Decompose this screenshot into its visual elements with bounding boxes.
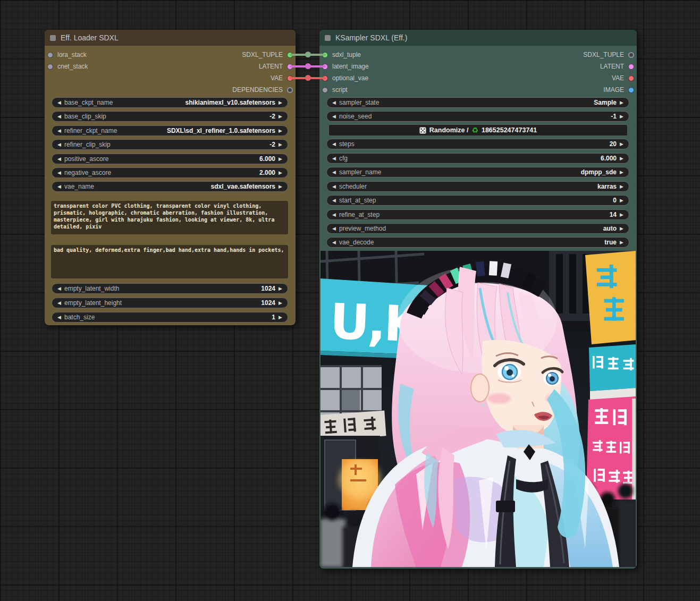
increment-arrow-icon[interactable]: ▶	[618, 184, 625, 189]
widget-scheduler[interactable]: ◀ scheduler karras ▶	[326, 181, 629, 192]
increment-arrow-icon[interactable]: ▶	[618, 226, 625, 231]
widget-refine-at-step[interactable]: ◀ refine_at_step 14 ▶	[326, 209, 629, 220]
increment-arrow-icon[interactable]: ▶	[618, 114, 625, 119]
output-port-image[interactable]: IMAGE	[603, 84, 634, 96]
port-dot[interactable]	[628, 64, 634, 70]
widget-value: 1024	[261, 285, 275, 292]
output-port-sdxl-tuple[interactable]: SDXL_TUPLE	[583, 49, 634, 61]
decrement-arrow-icon[interactable]: ◀	[331, 212, 338, 217]
widget-vae-name[interactable]: ◀ vae_name sdxl_vae.safetensors ▶	[52, 181, 288, 192]
increment-arrow-icon[interactable]: ▶	[618, 240, 625, 245]
positive-prompt-textarea[interactable]: transparent color PVC clothing, transpar…	[51, 201, 288, 234]
output-port-latent[interactable]: LATENT	[600, 61, 634, 72]
link-midpoint-dot[interactable]	[305, 52, 311, 57]
output-port-sdxl-tuple[interactable]: SDXL_TUPLE	[242, 49, 293, 61]
node-title-bar[interactable]: KSampler SDXL (Eff.)	[319, 30, 637, 46]
widget-preview-method[interactable]: ◀ preview_method auto ▶	[326, 223, 629, 234]
increment-arrow-icon[interactable]: ▶	[277, 114, 284, 119]
port-dot[interactable]	[287, 87, 293, 93]
output-port-vae[interactable]: VAE	[612, 72, 634, 84]
node-ksampler-sdxl[interactable]: KSampler SDXL (Eff.) sdxl_tuple latent_i…	[319, 30, 637, 569]
widget-empty-latent-width[interactable]: ◀ empty_latent_width 1024 ▶	[52, 283, 288, 294]
decrement-arrow-icon[interactable]: ◀	[331, 141, 338, 147]
widget-steps[interactable]: ◀ steps 20 ▶	[326, 139, 629, 149]
negative-prompt-textarea[interactable]: bad quality, deformed,extra finger,bad h…	[51, 245, 288, 278]
widget-label: empty_latent_width	[64, 285, 261, 292]
decrement-arrow-icon[interactable]: ◀	[56, 315, 63, 320]
increment-arrow-icon[interactable]: ▶	[618, 156, 625, 161]
increment-arrow-icon[interactable]: ▶	[277, 300, 284, 306]
increment-arrow-icon[interactable]: ▶	[618, 212, 625, 217]
decrement-arrow-icon[interactable]: ◀	[56, 128, 63, 133]
widget-noise-seed[interactable]: ◀ noise_seed -1 ▶	[326, 111, 629, 122]
port-dot[interactable]	[628, 52, 634, 58]
decrement-arrow-icon[interactable]: ◀	[331, 114, 338, 119]
decrement-arrow-icon[interactable]: ◀	[56, 114, 63, 119]
decrement-arrow-icon[interactable]: ◀	[331, 184, 338, 189]
widget-sampler-state[interactable]: ◀ sampler_state Sample ▶	[326, 97, 629, 108]
widget-batch-size[interactable]: ◀ batch_size 1 ▶	[52, 312, 288, 323]
collapse-icon[interactable]	[50, 35, 56, 41]
input-port-sdxl-tuple[interactable]: sdxl_tuple	[322, 49, 361, 61]
widget-cfg[interactable]: ◀ cfg 6.000 ▶	[326, 153, 629, 164]
widget-base-ckpt-name[interactable]: ◀ base_ckpt_name shikianimexl_v10.safete…	[52, 97, 288, 108]
increment-arrow-icon[interactable]: ▶	[618, 198, 625, 203]
widget-refiner-ckpt-name[interactable]: ◀ refiner_ckpt_name SDXL\sd_xl_refiner_1…	[52, 125, 288, 136]
node-eff-loader-sdxl[interactable]: Eff. Loader SDXL lora_stack cnet_stack S…	[45, 30, 296, 325]
decrement-arrow-icon[interactable]: ◀	[56, 184, 63, 189]
increment-arrow-icon[interactable]: ▶	[277, 315, 284, 320]
decrement-arrow-icon[interactable]: ◀	[56, 170, 63, 175]
collapse-icon[interactable]	[325, 35, 331, 41]
widget-positive-ascore[interactable]: ◀ positive_ascore 6.000 ▶	[52, 154, 288, 164]
decrement-arrow-icon[interactable]: ◀	[56, 286, 63, 291]
node-title-bar[interactable]: Eff. Loader SDXL	[45, 30, 296, 46]
widget-value: true	[604, 239, 617, 246]
link-midpoint-dot[interactable]	[305, 63, 311, 69]
decrement-arrow-icon[interactable]: ◀	[331, 156, 338, 161]
increment-arrow-icon[interactable]: ▶	[277, 170, 284, 175]
decrement-arrow-icon[interactable]: ◀	[331, 198, 338, 203]
link-latent[interactable]	[290, 65, 326, 67]
increment-arrow-icon[interactable]: ▶	[618, 100, 625, 105]
input-port-latent-image[interactable]: latent_image	[322, 61, 369, 72]
link-sdxl-tuple[interactable]	[290, 54, 326, 56]
decrement-arrow-icon[interactable]: ◀	[331, 240, 338, 245]
decrement-arrow-icon[interactable]: ◀	[56, 142, 63, 147]
increment-arrow-icon[interactable]: ▶	[277, 142, 284, 147]
output-port-latent[interactable]: LATENT	[259, 61, 293, 72]
input-port-cnet-stack[interactable]: cnet_stack	[47, 61, 88, 72]
decrement-arrow-icon[interactable]: ◀	[56, 156, 63, 162]
input-port-script[interactable]: script	[322, 84, 348, 96]
randomize-seed-button[interactable]: Randomize / ♻ 186525247473741	[328, 124, 628, 136]
widget-sampler-name[interactable]: ◀ sampler_name dpmpp_sde ▶	[326, 167, 629, 177]
port-dot[interactable]	[322, 87, 328, 93]
widget-start-at-step[interactable]: ◀ start_at_step 0 ▶	[326, 195, 629, 206]
increment-arrow-icon[interactable]: ▶	[618, 141, 625, 147]
decrement-arrow-icon[interactable]: ◀	[331, 226, 338, 231]
decrement-arrow-icon[interactable]: ◀	[56, 100, 63, 105]
decrement-arrow-icon[interactable]: ◀	[331, 100, 338, 105]
increment-arrow-icon[interactable]: ▶	[277, 156, 284, 162]
input-port-optional-vae[interactable]: optional_vae	[322, 72, 368, 84]
increment-arrow-icon[interactable]: ▶	[277, 184, 284, 189]
widget-vae-decode[interactable]: ◀ vae_decode true ▶	[326, 237, 629, 248]
node-graph-canvas[interactable]: Eff. Loader SDXL lora_stack cnet_stack S…	[0, 0, 700, 601]
increment-arrow-icon[interactable]: ▶	[277, 100, 284, 105]
widget-base-clip-skip[interactable]: ◀ base_clip_skip -2 ▶	[52, 111, 288, 122]
output-port-dependencies[interactable]: DEPENDENCIES	[232, 84, 293, 96]
port-dot[interactable]	[47, 52, 53, 58]
link-vae[interactable]	[290, 77, 326, 79]
widget-refiner-clip-skip[interactable]: ◀ refiner_clip_skip -2 ▶	[52, 139, 288, 150]
port-dot[interactable]	[47, 64, 53, 70]
input-port-lora-stack[interactable]: lora_stack	[47, 49, 87, 61]
increment-arrow-icon[interactable]: ▶	[277, 286, 284, 291]
increment-arrow-icon[interactable]: ▶	[618, 170, 625, 175]
widget-negative-ascore[interactable]: ◀ negative_ascore 2.000 ▶	[52, 167, 288, 178]
link-midpoint-dot[interactable]	[305, 75, 311, 81]
increment-arrow-icon[interactable]: ▶	[277, 128, 284, 133]
widget-empty-latent-height[interactable]: ◀ empty_latent_height 1024 ▶	[52, 298, 288, 308]
port-dot[interactable]	[628, 87, 634, 93]
port-dot[interactable]	[628, 75, 634, 81]
decrement-arrow-icon[interactable]: ◀	[56, 300, 63, 306]
decrement-arrow-icon[interactable]: ◀	[331, 170, 338, 175]
